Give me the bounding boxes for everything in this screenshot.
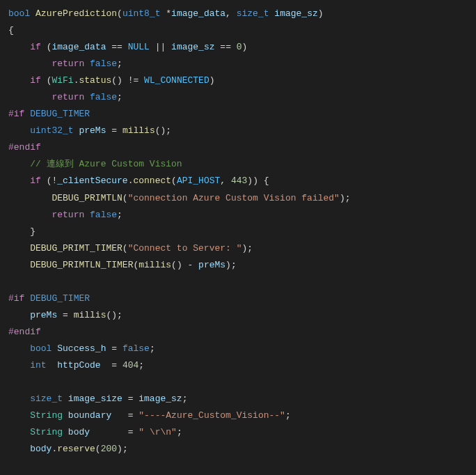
- code-line: bool Success_h = false;: [8, 341, 468, 357]
- constant: WL_CONNECTED: [144, 75, 209, 86]
- function-call: millis: [138, 260, 171, 270]
- identifier: image_sz: [138, 394, 182, 404]
- function-name: AzurePrediction: [35, 8, 117, 19]
- identifier: image_data: [171, 8, 225, 19]
- code-line: #endif: [8, 139, 468, 156]
- boolean: false: [90, 59, 117, 69]
- code-line: return false;: [8, 207, 468, 224]
- keyword-type: size_t: [237, 8, 269, 19]
- identifier: image_sz: [171, 42, 214, 52]
- code-line: String boundary = "----Azure_Custom_Visi…: [8, 407, 468, 424]
- code-line: String body = " \r\n";: [8, 424, 468, 441]
- code-line: uint32_t preMs = millis();: [8, 123, 468, 139]
- method: connect: [133, 176, 171, 186]
- preprocessor: #endif: [8, 327, 41, 337]
- identifier: preMs: [198, 260, 225, 270]
- code-editor[interactable]: bool AzurePrediction(uint8_t *image_data…: [8, 6, 468, 458]
- brace: {: [8, 25, 14, 36]
- object: WiFi: [51, 75, 73, 86]
- function-call: millis: [74, 310, 106, 320]
- string: "connection Azure Custom Vision failed": [128, 193, 340, 203]
- identifier: body: [30, 444, 51, 454]
- type: String: [30, 410, 63, 421]
- number: 404: [122, 360, 138, 371]
- code-line: if (WiFi.status() != WL_CONNECTED): [8, 72, 468, 89]
- identifier: image_data: [51, 42, 106, 52]
- keyword-type: uint32_t: [30, 125, 73, 136]
- preprocessor: #endif: [8, 142, 41, 153]
- method: reserve: [57, 444, 95, 454]
- identifier: boundary: [68, 410, 111, 421]
- brace: }: [30, 226, 35, 237]
- constant: API_HOST: [177, 176, 220, 186]
- string: " \r\n": [138, 427, 177, 437]
- code-line: #endif: [8, 324, 468, 341]
- boolean: false: [90, 92, 117, 102]
- identifier: _clientSecure: [57, 176, 127, 186]
- code-line: if (!_clientSecure.connect(API_HOST, 443…: [8, 173, 468, 189]
- identifier: body: [68, 427, 90, 437]
- identifier: Success_h: [57, 343, 106, 354]
- code-line: #if DEBUG_TIMER: [8, 106, 468, 123]
- type: String: [30, 427, 63, 437]
- code-line: }: [8, 224, 468, 240]
- code-line: [8, 274, 468, 290]
- comment: // 連線到 Azure Custom Vision: [30, 159, 182, 169]
- identifier: image_size: [68, 394, 122, 404]
- preprocessor-symbol: DEBUG_TIMER: [30, 293, 90, 304]
- function-call: millis: [122, 125, 155, 136]
- keyword-type: int: [30, 360, 46, 371]
- keyword-type: uint8_t: [122, 8, 161, 19]
- code-line: if (image_data == NULL || image_sz == 0): [8, 39, 468, 56]
- code-line: size_t image_size = image_sz;: [8, 391, 468, 407]
- code-line: preMs = millis();: [8, 307, 468, 324]
- number: 200: [101, 444, 117, 454]
- preprocessor: #if: [8, 293, 24, 304]
- keyword-control: return: [51, 59, 84, 69]
- code-line: #if DEBUG_TIMER: [8, 290, 468, 307]
- code-line: DEBUG_PRIMTLN("connection Azure Custom V…: [8, 190, 468, 207]
- code-line: [8, 374, 468, 391]
- code-line: body.reserve(200);: [8, 441, 468, 458]
- keyword-control: if: [30, 75, 41, 86]
- code-line: int httpCode = 404;: [8, 357, 468, 374]
- constant: NULL: [128, 42, 150, 52]
- code-line: return false;: [8, 89, 468, 106]
- code-line: {: [8, 22, 468, 39]
- keyword-control: if: [30, 42, 41, 52]
- preprocessor: #if: [8, 109, 24, 119]
- boolean: false: [90, 210, 117, 220]
- macro-call: DEBUG_PRIMT_TIMER: [30, 243, 122, 254]
- code-line: return false;: [8, 56, 468, 72]
- macro-call: DEBUG_PRIMTLN: [51, 193, 122, 203]
- number: 443: [231, 176, 247, 186]
- preprocessor-symbol: DEBUG_TIMER: [30, 109, 90, 119]
- keyword-type: size_t: [30, 394, 63, 404]
- code-line: bool AzurePrediction(uint8_t *image_data…: [8, 6, 468, 22]
- keyword-type: bool: [8, 8, 30, 19]
- identifier: image_sz: [274, 8, 317, 19]
- keyword-control: if: [30, 176, 41, 186]
- code-line: // 連線到 Azure Custom Vision: [8, 156, 468, 173]
- identifier: httpCode: [57, 360, 100, 371]
- code-line: DEBUG_PRIMT_TIMER("Connect to Server: ")…: [8, 240, 468, 257]
- identifier: preMs: [79, 125, 106, 136]
- string: "----Azure_Custom_Vision--": [138, 410, 285, 421]
- keyword-control: return: [51, 92, 84, 102]
- keyword-type: bool: [30, 343, 51, 354]
- keyword-control: return: [51, 210, 84, 220]
- number: 0: [237, 42, 242, 52]
- identifier: preMs: [30, 310, 57, 320]
- macro-call: DEBUG_PRIMTLN_TIMER: [30, 260, 133, 270]
- method: status: [79, 75, 111, 86]
- code-line: DEBUG_PRIMTLN_TIMER(millis() - preMs);: [8, 257, 468, 274]
- boolean: false: [122, 343, 150, 354]
- string: "Connect to Server: ": [128, 243, 242, 254]
